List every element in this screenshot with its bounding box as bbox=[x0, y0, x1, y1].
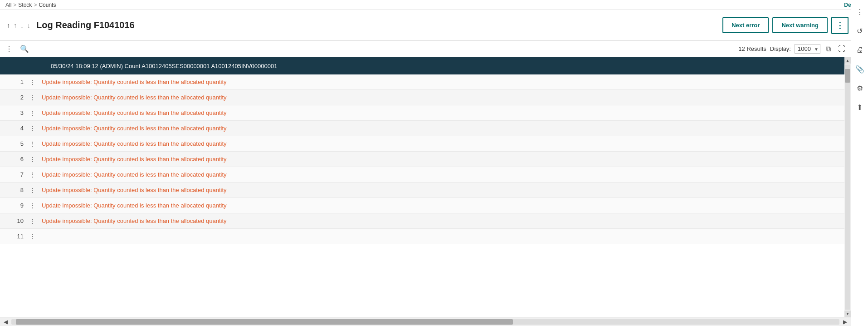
log-row: 7⋮Update impossible: Quantity counted is… bbox=[0, 167, 844, 183]
sidebar-upload-icon[interactable]: ⬆ bbox=[853, 100, 867, 114]
row-menu-btn[interactable]: ⋮ bbox=[27, 233, 38, 240]
breadcrumb: All > Stock > Counts bbox=[5, 2, 56, 8]
next-warning-button[interactable]: Next warning bbox=[772, 17, 828, 33]
row-number: 6 bbox=[0, 156, 27, 163]
row-menu-btn[interactable]: ⋮ bbox=[27, 187, 38, 194]
row-menu-btn[interactable]: ⋮ bbox=[27, 140, 38, 148]
main-area: ⋮ 🔍 12 Results Display: 100 500 1000 200… bbox=[0, 41, 868, 326]
row-number: 1 bbox=[0, 79, 27, 85]
breadcrumb-all[interactable]: All bbox=[5, 2, 11, 8]
row-message: Update impossible: Quantity counted is l… bbox=[38, 94, 844, 101]
log-header-text: 05/30/24 18:09:12 (ADMIN) Count A1001240… bbox=[51, 63, 277, 69]
row-menu-btn[interactable]: ⋮ bbox=[27, 109, 38, 117]
row-menu-btn[interactable]: ⋮ bbox=[27, 202, 38, 209]
table-scroll[interactable]: 05/30/24 18:09:12 (ADMIN) Count A1001240… bbox=[0, 57, 844, 317]
row-number: 9 bbox=[0, 202, 27, 209]
scroll-left-btn[interactable]: ◀ bbox=[2, 319, 10, 325]
scroll-thumb[interactable] bbox=[845, 69, 850, 83]
toolbar-kebab-btn[interactable]: ⋮ bbox=[4, 44, 15, 54]
header-actions: Next error Next warning ⋮ ⇥ bbox=[722, 17, 863, 34]
vertical-scrollbar[interactable]: ▲ ▼ bbox=[844, 57, 851, 317]
log-row: 10⋮Update impossible: Quantity counted i… bbox=[0, 213, 844, 229]
h-scroll-track[interactable] bbox=[11, 319, 839, 325]
row-number: 7 bbox=[0, 171, 27, 178]
row-message: Update impossible: Quantity counted is l… bbox=[38, 156, 844, 163]
breadcrumb-bar: All > Stock > Counts Default bbox=[0, 0, 868, 10]
scroll-down-btn[interactable]: ▼ bbox=[844, 311, 851, 317]
log-row: 1⋮Update impossible: Quantity counted is… bbox=[0, 74, 844, 90]
sidebar-settings-icon[interactable]: ⚙ bbox=[853, 81, 867, 95]
row-message: Update impossible: Quantity counted is l… bbox=[38, 187, 844, 193]
row-number: 11 bbox=[0, 233, 27, 240]
row-number: 5 bbox=[0, 140, 27, 147]
sidebar-clip-icon[interactable]: 📎 bbox=[853, 62, 867, 76]
sidebar-print-icon[interactable]: 🖨 bbox=[853, 43, 867, 57]
right-sidebar: ⋮ ↺ 🖨 📎 ⚙ ⬆ bbox=[851, 0, 868, 326]
breadcrumb-sep-1: > bbox=[13, 2, 16, 8]
row-menu-btn[interactable]: ⋮ bbox=[27, 171, 38, 178]
row-menu-btn[interactable]: ⋮ bbox=[27, 156, 38, 163]
log-content: ⋮ 🔍 12 Results Display: 100 500 1000 200… bbox=[0, 41, 851, 326]
row-number: 3 bbox=[0, 109, 27, 116]
bottom-scrollbar[interactable]: ◀ ▶ bbox=[0, 317, 851, 326]
row-number: 2 bbox=[0, 94, 27, 101]
scroll-up-btn[interactable]: ▲ bbox=[844, 57, 851, 64]
row-message: Update impossible: Quantity counted is l… bbox=[38, 217, 844, 224]
log-rows-container: 1⋮Update impossible: Quantity counted is… bbox=[0, 74, 844, 244]
scroll-right-btn[interactable]: ▶ bbox=[841, 319, 849, 325]
header-bar: ↑ ↑ ↓ ↓ Log Reading F1041016 Next error … bbox=[0, 10, 868, 41]
table-area: 05/30/24 18:09:12 (ADMIN) Count A1001240… bbox=[0, 57, 851, 317]
sort-first-btn[interactable]: ↑ bbox=[5, 21, 11, 30]
layer-icon-btn[interactable]: ⧉ bbox=[824, 44, 833, 54]
row-number: 8 bbox=[0, 187, 27, 193]
next-error-button[interactable]: Next error bbox=[722, 17, 769, 33]
toolbar-left: ⋮ 🔍 bbox=[4, 44, 31, 54]
display-label: Display: bbox=[770, 45, 791, 52]
sidebar-kebab-icon[interactable]: ⋮ bbox=[853, 5, 867, 19]
sort-icons: ↑ ↑ ↓ ↓ bbox=[5, 21, 32, 30]
sort-last-btn[interactable]: ↓ bbox=[26, 21, 32, 30]
log-row: 8⋮Update impossible: Quantity counted is… bbox=[0, 183, 844, 198]
row-message: Update impossible: Quantity counted is l… bbox=[38, 125, 844, 132]
h-scroll-thumb[interactable] bbox=[16, 319, 513, 325]
row-number: 4 bbox=[0, 125, 27, 132]
row-menu-btn[interactable]: ⋮ bbox=[27, 125, 38, 132]
log-row: 11⋮ bbox=[0, 229, 844, 244]
row-menu-btn[interactable]: ⋮ bbox=[27, 217, 38, 225]
log-row: 5⋮Update impossible: Quantity counted is… bbox=[0, 136, 844, 152]
sidebar-refresh-icon[interactable]: ↺ bbox=[853, 24, 867, 38]
log-row: 9⋮Update impossible: Quantity counted is… bbox=[0, 198, 844, 213]
menu-button[interactable]: ⋮ bbox=[831, 17, 848, 34]
toolbar-right: 12 Results Display: 100 500 1000 2000 50… bbox=[738, 44, 847, 54]
row-message: Update impossible: Quantity counted is l… bbox=[38, 202, 844, 209]
row-menu-btn[interactable]: ⋮ bbox=[27, 79, 38, 86]
log-header-row: 05/30/24 18:09:12 (ADMIN) Count A1001240… bbox=[0, 57, 844, 74]
breadcrumb-counts: Counts bbox=[39, 2, 56, 8]
results-label: 12 Results bbox=[738, 45, 766, 52]
log-row: 3⋮Update impossible: Quantity counted is… bbox=[0, 105, 844, 121]
row-number: 10 bbox=[0, 217, 27, 224]
display-select[interactable]: 100 500 1000 2000 5000 bbox=[795, 44, 820, 54]
scroll-track[interactable] bbox=[845, 64, 850, 310]
log-row: 6⋮Update impossible: Quantity counted is… bbox=[0, 152, 844, 167]
toolbar-row: ⋮ 🔍 12 Results Display: 100 500 1000 200… bbox=[0, 41, 851, 57]
fullscreen-btn[interactable]: ⛶ bbox=[836, 44, 847, 54]
row-message: Update impossible: Quantity counted is l… bbox=[38, 109, 844, 116]
toolbar-search-btn[interactable]: 🔍 bbox=[18, 44, 31, 54]
sort-prev-btn[interactable]: ↑ bbox=[12, 21, 18, 30]
breadcrumb-sep-2: > bbox=[34, 2, 37, 8]
row-message: Update impossible: Quantity counted is l… bbox=[38, 79, 844, 85]
breadcrumb-stock[interactable]: Stock bbox=[18, 2, 32, 8]
display-select-wrapper: 100 500 1000 2000 5000 bbox=[795, 44, 820, 54]
log-row: 4⋮Update impossible: Quantity counted is… bbox=[0, 121, 844, 136]
sort-next-btn[interactable]: ↓ bbox=[19, 21, 25, 30]
log-row: 2⋮Update impossible: Quantity counted is… bbox=[0, 90, 844, 105]
row-message: Update impossible: Quantity counted is l… bbox=[38, 171, 844, 178]
row-menu-btn[interactable]: ⋮ bbox=[27, 94, 38, 101]
page-title: Log Reading F1041016 bbox=[36, 20, 722, 30]
row-message: Update impossible: Quantity counted is l… bbox=[38, 140, 844, 147]
